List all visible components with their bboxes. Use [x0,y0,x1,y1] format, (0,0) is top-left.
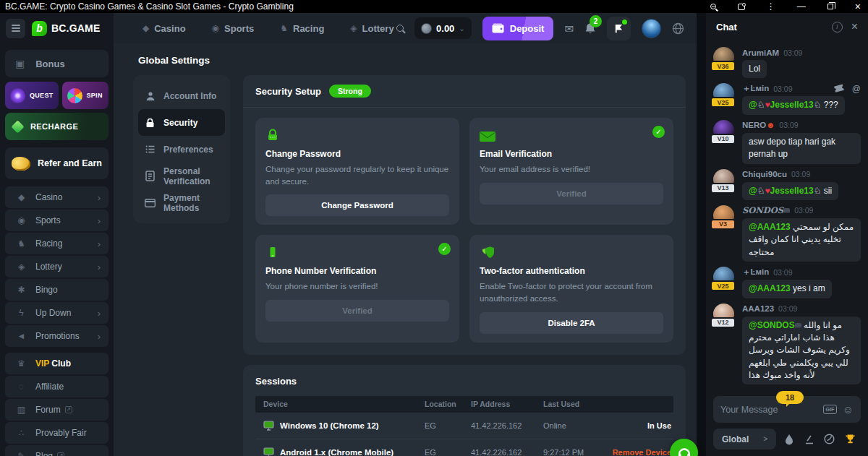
online-dot [622,20,627,25]
notifications-button[interactable]: 2 [584,22,596,35]
avatar-wrap: V25 [713,83,736,107]
chevron-right-icon: > [763,435,767,443]
unread-count-badge[interactable]: 18 [776,391,804,404]
sidebar-item-racing[interactable]: ♞Racing› [5,233,109,254]
channel-selector[interactable]: Global > [713,429,776,449]
settings-tab-security[interactable]: Security [138,109,225,136]
message-input[interactable] [720,405,817,415]
remove-device-button[interactable]: Remove Device [613,448,671,456]
nav-item-casino[interactable]: ◆Casino [142,23,186,34]
mention[interactable]: Jesselle13 [770,100,814,110]
balance-selector[interactable]: 0.00 ⌄ [414,17,472,39]
sidebar-item-promotions[interactable]: ◄Promotions› [5,325,109,347]
sidebar-item-provably-fair[interactable]: ∴Provably Fair [5,422,109,444]
language-globe-icon[interactable] [672,22,684,35]
search-icon[interactable] [396,25,404,32]
user-avatar[interactable] [642,19,661,38]
nav-item-sports[interactable]: ◉Sports [212,23,255,34]
browser-zoom-icon[interactable] [710,4,716,9]
emoji-icon[interactable]: ☺ [843,404,854,415]
chat-username[interactable]: ＋Ŀмin [742,83,769,94]
card-description: Your email address is verified! [480,163,663,176]
mention-at-icon[interactable]: @ [852,84,861,94]
chat-username[interactable]: ＋Ŀмin [742,267,769,278]
sidebar-item-vip-club[interactable]: ♛VIPClub [5,353,109,374]
restore-button[interactable] [827,4,833,9]
coin-drop-icon[interactable] [824,434,835,444]
spin-button[interactable]: SPIN [62,82,109,109]
chat-username[interactable]: SONDOS [742,205,790,215]
ip-cell: 41.42.226.162 [471,421,543,430]
chat-panel: Chat i × V36ArumiAM03:09 Lol V25＋Ŀмin03:… [706,13,868,456]
mention[interactable]: @SONDOS [749,320,795,330]
lottery-icon: ◈ [350,23,357,33]
bcgame-logo[interactable]: b BC.GAME [32,21,101,36]
chat-rules-icon[interactable] [804,434,814,444]
column-header: IP Address [471,400,543,408]
mail-icon[interactable]: ✉ [564,23,574,34]
sidebar-item-casino[interactable]: ◆Casino› [5,186,109,208]
sidebar-item-forum[interactable]: ▥Forum↗ [5,399,109,421]
message-text: asw depo tiap hari gak pernah up [749,137,835,159]
chat-username[interactable]: ArumiAM [742,48,779,57]
quest-button[interactable]: QUEST [5,82,59,109]
card-action-button[interactable]: Verified [480,183,663,205]
sidebar-item-sports[interactable]: ◉Sports› [5,210,109,231]
message-text: yes i am [791,283,825,293]
sidebar-item-up-down[interactable]: ϟUp Down› [5,302,109,324]
chat-username[interactable]: AAA123 [742,304,774,313]
settings-tab-personal-verification[interactable]: Personal Verification [138,163,225,189]
mention[interactable]: Jesselle13 [770,186,814,196]
person-icon [145,91,156,101]
chat-info-icon[interactable]: i [832,22,843,33]
mention[interactable]: @AAA123 [749,283,791,293]
message-header: SONDOS03:09 [742,205,861,216]
external-link-icon: ↗ [65,406,72,413]
racing-icon: ♞ [280,23,288,33]
nav-label: Sports [224,23,254,34]
rain-icon[interactable] [784,434,794,445]
mention[interactable]: @AAA123 [749,222,791,232]
sidebar-item-blog[interactable]: ✎Blog↗ [5,445,109,456]
settings-tab-label: Preferences [163,145,213,155]
security-card-phone-number-verification: Phone Number VerificationYour phone numb… [255,235,459,342]
recharge-button[interactable]: RECHARGE [5,113,109,140]
chat-toggle-button[interactable] [607,17,631,40]
extension-icon[interactable] [738,4,745,10]
chat-username[interactable]: Chiqui90cu [742,170,787,178]
refer-and-earn-button[interactable]: Refer and Earn [5,147,109,179]
browser-menu-icon[interactable]: ⋮ [767,2,775,11]
sidebar-item-bingo[interactable]: ✱Bingo [5,279,109,301]
tip-ticket-icon[interactable] [834,85,844,93]
quest-label: QUEST [30,92,54,99]
deposit-button[interactable]: Deposit [482,17,554,40]
location-cell: EG [425,448,471,456]
gif-icon[interactable]: GIF [823,405,837,414]
card-action-button[interactable]: Change Password [265,194,449,216]
chat-close-icon[interactable]: × [851,21,858,33]
sidebar-bonus-button[interactable]: ▣ Bonus [5,50,109,77]
settings-tab-payment-methods[interactable]: Payment Methods [138,189,225,216]
message-text: Lol [749,64,760,74]
sidebar-item-affiliate[interactable]: ◌Affiliate [5,376,109,397]
sidebar-item-label: Bingo [35,285,58,295]
message-header: ＋Ŀмin03:09@ [742,83,861,94]
sidebar-item-lottery[interactable]: ◈Lottery› [5,256,109,278]
avatar-wrap: V25 [713,267,736,291]
nav-item-racing[interactable]: ♞Racing [280,23,324,34]
message-header: ArumiAM03:09 [742,47,861,58]
minimize-button[interactable]: — [797,2,806,11]
settings-tab-account-info[interactable]: Account Info [138,82,225,109]
nav-label: Casino [154,23,185,34]
close-window-button[interactable]: × [855,1,861,12]
mention[interactable]: @ [749,186,757,196]
chat-username[interactable]: NERO☻ [742,121,775,129]
card-description: Enable Two-factor to protect your accoun… [480,280,663,304]
trophy-icon[interactable] [845,434,856,444]
nav-item-lottery[interactable]: ◈Lottery [350,23,393,34]
settings-tab-preferences[interactable]: Preferences [138,136,225,163]
mention[interactable]: @ [749,100,757,110]
hamburger-menu-button[interactable] [6,19,25,38]
card-action-button[interactable]: Verified [265,300,449,322]
card-action-button[interactable]: Disable 2FA [480,312,663,334]
